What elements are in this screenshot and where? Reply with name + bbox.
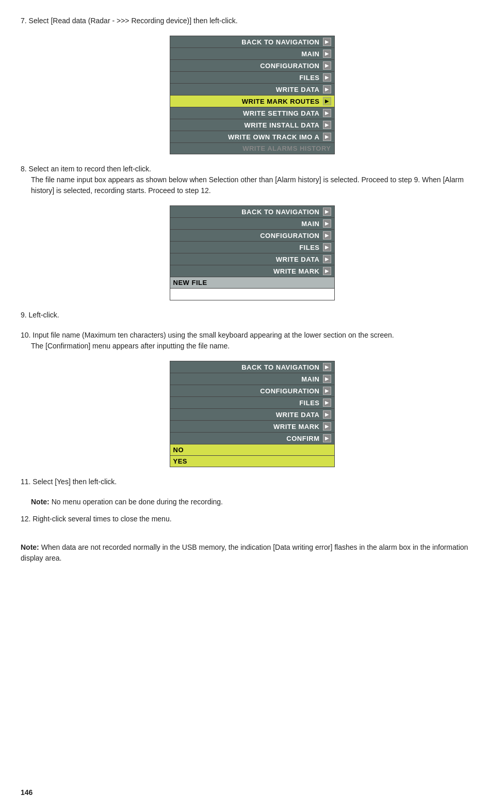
menu-arrow-icon: ▶ [323,375,331,383]
menu-item-label: WRITE SETTING DATA [173,109,320,117]
menu-arrow-icon: ▶ [323,422,331,431]
menu-item-label: WRITE MARK ROUTES [173,98,320,105]
menu-item-label: MAIN [173,375,320,383]
menu-item-label: NEW FILE [173,279,207,286]
menu-item: NEW FILE [170,277,334,289]
menu-item[interactable]: MAIN▶ [170,48,334,60]
menu-item-label: WRITE MARK [173,267,320,275]
menu-item-label: WRITE ALARMS HISTORY [173,145,331,152]
menu-item[interactable]: WRITE ALARMS HISTORY [170,143,334,154]
menu-3: BACK TO NAVIGATION▶MAIN▶CONFIGURATION▶FI… [170,361,335,467]
menu-item[interactable]: MAIN▶ [170,218,334,230]
final-note: Note: When data are not recorded normall… [21,542,483,564]
menu-arrow-icon: ▶ [323,73,331,82]
step-12: 12. Right-click several times to close t… [21,514,483,524]
step-10-text: Input file name (Maximum ten characters)… [32,331,394,339]
page-number: 146 [21,788,32,797]
menu-item-label: WRITE INSTALL DATA [173,121,320,129]
menu-arrow-icon: ▶ [323,38,331,46]
menu-item-label: MAIN [173,50,320,58]
menu-item[interactable]: FILES▶ [170,72,334,84]
step-8-text: Select an item to record then left-click… [29,165,151,173]
step-11-text: Select [Yes] then left-click. [32,477,117,486]
step-12-text: Right-click several times to close the m… [32,515,171,523]
menu-arrow-icon: ▶ [323,50,331,58]
menu-item[interactable]: BACK TO NAVIGATION▶ [170,36,334,48]
menu-item-label: WRITE DATA [173,411,320,419]
step-9-text: Left-click. [29,311,59,319]
menu-arrow-icon: ▶ [323,387,331,395]
step-7-number: 7. [21,17,29,25]
menu-item[interactable]: WRITE DATA▶ [170,409,334,421]
step-9-number: 9. [21,311,29,319]
menu-item [170,289,334,300]
menu-arrow-icon: ▶ [323,243,331,251]
step-8: 8. Select an item to record then left-cl… [21,164,483,196]
menu-item-label: MAIN [173,220,320,228]
menu-item-label: NO [173,446,184,454]
step-11: 11. Select [Yes] then left-click. [21,476,483,487]
menu-arrow-icon: ▶ [323,255,331,263]
menu-item[interactable]: WRITE MARK▶ [170,421,334,433]
menu-arrow-icon: ▶ [323,61,331,70]
menu-item-label: BACK TO NAVIGATION [173,208,320,216]
menu-arrow-icon: ▶ [323,85,331,93]
step-8-subtext-1: The file name input box appears as shown… [31,176,464,195]
menu-arrow-icon: ▶ [323,363,331,371]
menu-item[interactable]: WRITE OWN TRACK IMO A▶ [170,131,334,143]
final-note-bold: Note: [21,543,39,551]
step-8-subtext: The file name input box appears as shown… [31,174,483,196]
menu-item[interactable]: NO [170,444,334,456]
step-10-number: 10. [21,331,32,339]
menu-2-container: BACK TO NAVIGATION▶MAIN▶CONFIGURATION▶FI… [21,205,483,300]
menu-item[interactable]: WRITE DATA▶ [170,84,334,95]
menu-item-label: WRITE OWN TRACK IMO A [173,133,320,141]
menu-item[interactable]: WRITE MARK ROUTES▶ [170,95,334,107]
step-11-note: Note: No menu operation can be done duri… [31,497,483,507]
step-12-number: 12. [21,515,32,523]
step-8-number: 8. [21,165,29,173]
menu-item-label: CONFIGURATION [173,387,320,395]
menu-arrow-icon: ▶ [323,399,331,407]
menu-arrow-icon: ▶ [323,109,331,117]
menu-item-label: CONFIGURATION [173,62,320,70]
menu-item[interactable]: BACK TO NAVIGATION▶ [170,206,334,218]
menu-2: BACK TO NAVIGATION▶MAIN▶CONFIGURATION▶FI… [170,205,335,300]
menu-arrow-icon: ▶ [323,267,331,275]
menu-3-container: BACK TO NAVIGATION▶MAIN▶CONFIGURATION▶FI… [21,361,483,467]
step-11-note-bold: Note: [31,498,50,506]
menu-arrow-icon: ▶ [323,219,331,228]
menu-item[interactable]: WRITE DATA▶ [170,253,334,265]
menu-item-label: CONFIGURATION [173,232,320,240]
step-7: 7. Select [Read data (Radar - >>> Record… [21,15,483,26]
menu-item[interactable]: FILES▶ [170,242,334,253]
menu-1-container: BACK TO NAVIGATION▶MAIN▶CONFIGURATION▶FI… [21,36,483,154]
menu-arrow-icon: ▶ [323,121,331,129]
step-7-text: Select [Read data (Radar - >>> Recording… [29,17,238,25]
menu-item[interactable]: WRITE INSTALL DATA▶ [170,119,334,131]
step-11-note-rest: No menu operation can be done during the… [50,498,223,506]
menu-item[interactable]: CONFIGURATION▶ [170,60,334,72]
menu-item[interactable]: WRITE MARK▶ [170,265,334,277]
step-10: 10. Input file name (Maximum ten charact… [21,330,483,352]
menu-item-label: WRITE DATA [173,256,320,263]
menu-item[interactable]: CONFIGURATION▶ [170,230,334,242]
menu-item-label: BACK TO NAVIGATION [173,363,320,371]
menu-item-label: FILES [173,74,320,82]
menu-1: BACK TO NAVIGATION▶MAIN▶CONFIGURATION▶FI… [170,36,335,154]
menu-item[interactable]: FILES▶ [170,397,334,409]
step-10-subtext: The [Confirmation] menu appears after in… [31,341,483,352]
menu-item-label: WRITE MARK [173,423,320,431]
menu-item[interactable]: CONFIRM▶ [170,433,334,444]
menu-item[interactable]: CONFIGURATION▶ [170,385,334,397]
menu-item-label: FILES [173,244,320,251]
menu-item[interactable]: WRITE SETTING DATA▶ [170,107,334,119]
menu-item-label: CONFIRM [173,435,320,442]
menu-item-label: BACK TO NAVIGATION [173,38,320,46]
final-note-text: When data are not recorded normally in t… [21,543,468,562]
menu-item[interactable]: MAIN▶ [170,373,334,385]
menu-item[interactable]: BACK TO NAVIGATION▶ [170,361,334,373]
menu-item[interactable]: YES [170,456,334,467]
menu-arrow-icon: ▶ [323,410,331,419]
menu-arrow-icon: ▶ [323,133,331,141]
